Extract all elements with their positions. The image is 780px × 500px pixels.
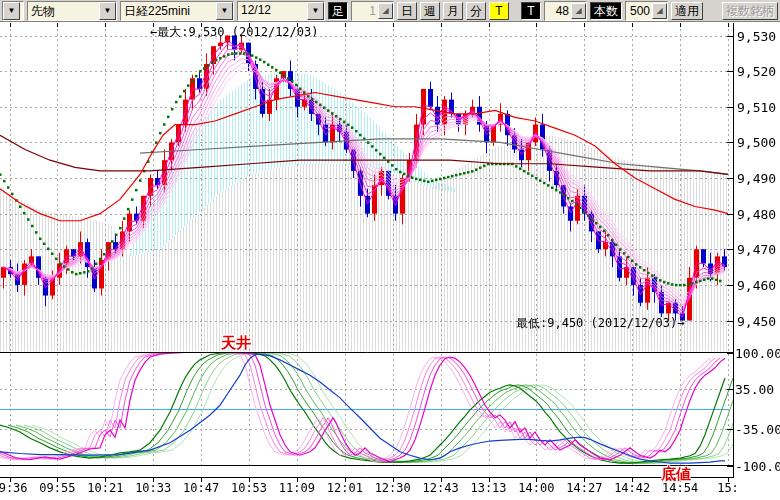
oscillator-axis-label: 35.00 <box>735 382 774 397</box>
time-axis-label: 13:13 <box>467 481 511 495</box>
tick-count-value: 48 <box>545 4 571 18</box>
dropdown-arrow-icon[interactable]: ▼ <box>99 2 116 20</box>
price-oscillator-chart-canvas[interactable] <box>0 0 780 500</box>
price-axis-label: 9,520 <box>737 64 776 79</box>
market-select-value: 先物 <box>28 2 99 20</box>
price-axis-label: 9,490 <box>737 171 776 186</box>
multi-symbol-button[interactable]: 複数銘柄 <box>722 2 778 20</box>
time-axis-label: 14:00 <box>514 481 558 495</box>
apply-button[interactable]: 適用 <box>671 2 703 20</box>
time-axis-label: 14:42 <box>610 481 654 495</box>
oscillator-axis-label: -35.00 <box>735 422 780 437</box>
leftmost-combo-stub[interactable]: ▼ <box>2 1 24 21</box>
time-axis-label: 11:09 <box>275 481 319 495</box>
spinner-grip-icon[interactable]: ◢ <box>571 3 586 19</box>
tick-count-spinner[interactable]: 48 ◢ <box>544 1 587 21</box>
max-price-annotation: ←最大:9,530 (2012/12/03) <box>150 24 319 41</box>
toolbar: ▼ 先物 ▼ 日経225mini ▼ 12/12 ▼ 足 1 ◢ 日 週 月 分… <box>0 0 780 22</box>
time-axis-label: 09:36 <box>0 481 32 495</box>
interval-spinner[interactable]: 1 ◢ <box>351 1 394 21</box>
contract-month-value: 12/12 <box>238 2 307 20</box>
time-axis-label: 12:43 <box>419 481 463 495</box>
bar-count-label-button[interactable]: 本数 <box>590 2 622 20</box>
interval-value: 1 <box>352 4 378 18</box>
tick-mode-button[interactable]: T <box>521 2 541 20</box>
chart-window: ▼ 先物 ▼ 日経225mini ▼ 12/12 ▼ 足 1 ◢ 日 週 月 分… <box>0 0 780 500</box>
symbol-select-value: 日経225mini <box>121 2 216 20</box>
time-axis-label: 10:47 <box>179 481 223 495</box>
min-price-annotation: 最低:9,450 (2012/12/03)→ <box>516 315 685 332</box>
time-axis-label: 10:53 <box>227 481 271 495</box>
bar-count-spinner[interactable]: 500 ◢ <box>625 1 668 21</box>
tick-toggle-button[interactable]: T <box>489 2 509 20</box>
oscillator-axis-label: 100.00 <box>735 346 780 361</box>
price-axis-label: 9,480 <box>737 207 776 222</box>
time-axis-label: 14:27 <box>562 481 606 495</box>
dropdown-arrow-icon[interactable]: ▼ <box>216 2 233 20</box>
symbol-select[interactable]: 日経225mini ▼ <box>120 1 234 21</box>
oscillator-axis-label: -100.00 <box>735 459 780 474</box>
price-axis-label: 9,510 <box>737 100 776 115</box>
price-axis-label: 9,530 <box>737 29 776 44</box>
spinner-grip-icon[interactable]: ◢ <box>378 3 393 19</box>
ashi-candle-type-button[interactable]: 足 <box>328 2 348 20</box>
time-axis-label: 10:21 <box>83 481 127 495</box>
ceiling-annotation: 天井 <box>221 334 251 353</box>
time-axis-label: 10:33 <box>131 481 175 495</box>
time-axis-label: 12:01 <box>323 481 367 495</box>
time-axis-label: 12:30 <box>371 481 415 495</box>
price-axis-label: 9,500 <box>737 135 776 150</box>
time-axis-label: 15: <box>706 481 750 495</box>
spinner-grip-icon[interactable]: ◢ <box>652 3 667 19</box>
period-minute-button[interactable]: 分 <box>466 2 486 20</box>
time-axis-label: 09:55 <box>35 481 79 495</box>
bar-count-value: 500 <box>626 4 652 18</box>
dropdown-arrow-icon[interactable]: ▼ <box>3 2 20 20</box>
period-day-button[interactable]: 日 <box>397 2 417 20</box>
contract-month-select[interactable]: 12/12 ▼ <box>237 1 325 21</box>
bottom-annotation: 底値 <box>661 465 691 484</box>
price-axis-label: 9,470 <box>737 242 776 257</box>
period-month-button[interactable]: 月 <box>443 2 463 20</box>
price-axis-label: 9,450 <box>737 314 776 329</box>
dropdown-arrow-icon[interactable]: ▼ <box>307 2 324 20</box>
price-axis-label: 9,460 <box>737 278 776 293</box>
period-week-button[interactable]: 週 <box>420 2 440 20</box>
market-select[interactable]: 先物 ▼ <box>27 1 117 21</box>
